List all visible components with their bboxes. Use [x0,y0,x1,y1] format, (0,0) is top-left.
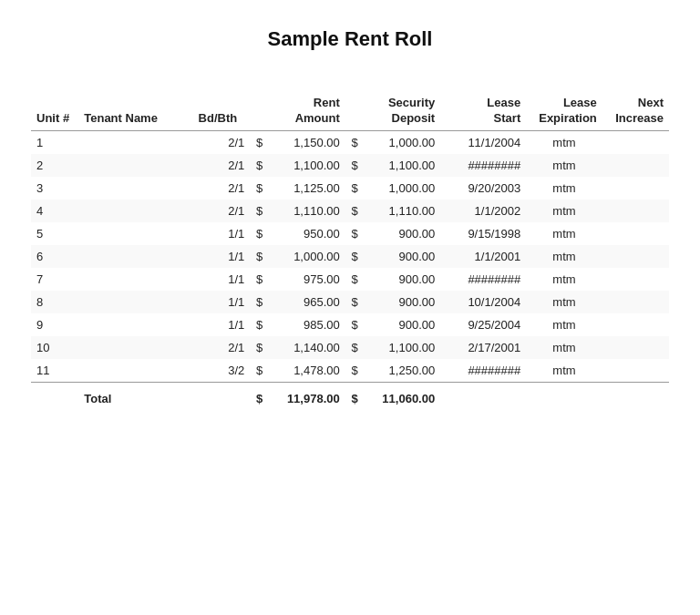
cell-next-inc [602,222,669,245]
header-lease-expiration: Lease Expiration [526,77,602,130]
cell-rent-dollar: $ [250,359,269,383]
cell-next-inc [602,130,669,154]
cell-sec-dollar: $ [345,130,365,154]
cell-sec-deposit: 1,000.00 [365,177,441,200]
cell-bdbth: 2/1 [193,177,251,200]
table-row: 71/1$975.00$900.00########mtm [31,268,669,291]
table-row: 12/1$1,150.00$1,000.0011/1/2004mtm [31,130,669,154]
cell-lease-start: 9/25/2004 [440,313,526,336]
cell-next-inc [602,268,669,291]
cell-lease-start: 9/15/1998 [440,222,526,245]
cell-lease-start: ######## [440,154,526,177]
cell-sec-deposit: 900.00 [365,291,441,313]
cell-sec-deposit: 1,250.00 [365,359,441,383]
cell-lease-exp: mtm [526,359,602,383]
cell-sec-deposit: 900.00 [365,313,441,336]
cell-bdbth: 2/1 [193,130,251,154]
cell-sec-dollar: $ [345,154,365,177]
cell-tenant [78,336,192,359]
cell-unit: 2 [31,154,78,177]
cell-sec-deposit: 1,100.00 [365,154,441,177]
cell-lease-exp: mtm [526,291,602,313]
total-spacer-inc [602,382,669,409]
cell-rent-amount: 985.00 [269,313,345,336]
cell-bdbth: 3/2 [193,359,251,383]
cell-lease-start: ######## [440,268,526,291]
cell-rent-dollar: $ [250,291,269,313]
cell-rent-dollar: $ [250,177,269,200]
cell-rent-amount: 975.00 [269,268,345,291]
total-row: Total $ 11,978.00 $ 11,060.00 [31,382,669,409]
cell-rent-amount: 1,140.00 [269,336,345,359]
header-lease-start: Lease Start [440,77,526,130]
cell-next-inc [602,154,669,177]
cell-unit: 7 [31,268,78,291]
cell-next-inc [602,245,669,268]
cell-sec-dollar: $ [345,336,365,359]
cell-tenant [78,291,192,313]
cell-rent-dollar: $ [250,313,269,336]
cell-lease-start: 2/17/2001 [440,336,526,359]
cell-bdbth: 1/1 [193,291,251,313]
page-container: Sample Rent Roll Unit # Tenant Name Bd/B… [13,18,687,418]
cell-bdbth: 1/1 [193,268,251,291]
total-sec-deposit: 11,060.00 [365,382,441,409]
cell-lease-start: 9/20/2003 [440,177,526,200]
cell-rent-amount: 1,110.00 [269,200,345,222]
cell-sec-deposit: 1,000.00 [365,130,441,154]
table-row: 91/1$985.00$900.009/25/2004mtm [31,313,669,336]
cell-unit: 3 [31,177,78,200]
cell-sec-dollar: $ [345,268,365,291]
cell-tenant [78,154,192,177]
cell-tenant [78,359,192,383]
rent-roll-table: Unit # Tenant Name Bd/Bth Rent Amount Se… [31,77,669,409]
total-spacer-unit [31,382,78,409]
cell-unit: 1 [31,130,78,154]
total-spacer-exp [526,382,602,409]
cell-rent-amount: 950.00 [269,222,345,245]
cell-lease-exp: mtm [526,130,602,154]
cell-tenant [78,130,192,154]
cell-bdbth: 1/1 [193,222,251,245]
header-security-deposit: Security Deposit [365,77,441,130]
table-row: 102/1$1,140.00$1,100.002/17/2001mtm [31,336,669,359]
cell-rent-amount: 1,000.00 [269,245,345,268]
cell-lease-exp: mtm [526,313,602,336]
cell-unit: 8 [31,291,78,313]
total-label: Total [78,382,192,409]
cell-sec-dollar: $ [345,245,365,268]
header-next-increase: Next Increase [602,77,669,130]
cell-next-inc [602,359,669,383]
table-row: 32/1$1,125.00$1,000.009/20/2003mtm [31,177,669,200]
cell-lease-start: 10/1/2004 [440,291,526,313]
total-spacer-bdbth [193,382,251,409]
header-rent-dollar-spacer [250,77,269,130]
cell-sec-dollar: $ [345,222,365,245]
table-row: 113/2$1,478.00$1,250.00########mtm [31,359,669,383]
total-rent-amount: 11,978.00 [269,382,345,409]
cell-rent-amount: 1,150.00 [269,130,345,154]
cell-lease-exp: mtm [526,177,602,200]
header-rent-amount: Rent Amount [269,77,345,130]
total-sec-dollar: $ [345,382,365,409]
cell-bdbth: 2/1 [193,200,251,222]
header-sec-dollar-spacer [345,77,365,130]
header-tenant: Tenant Name [78,77,192,130]
cell-unit: 11 [31,359,78,383]
cell-rent-dollar: $ [250,154,269,177]
cell-rent-dollar: $ [250,245,269,268]
table-row: 61/1$1,000.00$900.001/1/2001mtm [31,245,669,268]
cell-bdbth: 2/1 [193,154,251,177]
cell-rent-dollar: $ [250,222,269,245]
cell-rent-dollar: $ [250,336,269,359]
cell-sec-dollar: $ [345,291,365,313]
cell-unit: 4 [31,200,78,222]
cell-sec-deposit: 900.00 [365,268,441,291]
cell-sec-dollar: $ [345,313,365,336]
cell-unit: 10 [31,336,78,359]
cell-sec-dollar: $ [345,359,365,383]
table-row: 81/1$965.00$900.0010/1/2004mtm [31,291,669,313]
cell-sec-deposit: 900.00 [365,245,441,268]
table-row: 22/1$1,100.00$1,100.00########mtm [31,154,669,177]
header-bdbth: Bd/Bth [193,77,251,130]
